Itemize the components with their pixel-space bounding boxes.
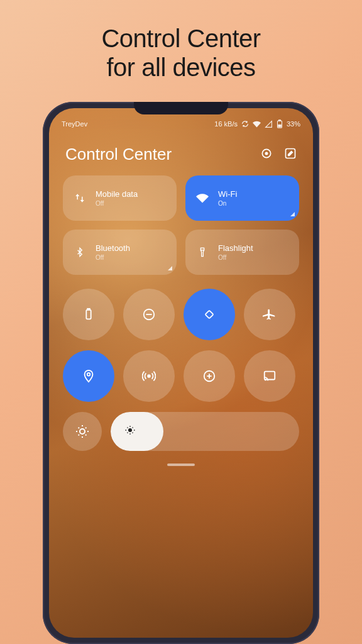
status-right: 16 kB/s 33% — [214, 119, 300, 128]
sun-fill-icon — [124, 425, 136, 438]
promo-headline: Control Center for all devices — [101, 24, 260, 82]
flashlight-icon — [195, 247, 209, 258]
panel-header: Control Center — [49, 131, 313, 175]
svg-rect-1 — [279, 120, 281, 121]
sun-outline-icon — [75, 424, 90, 439]
edit-icon[interactable] — [284, 147, 297, 162]
brightness-fill — [111, 412, 163, 451]
wifi-status-icon — [253, 120, 261, 128]
toggle-battery-saver[interactable] — [63, 289, 114, 340]
promo-line-2: for all devices — [101, 53, 260, 82]
battery-saver-icon — [82, 308, 96, 321]
arrows-updown-icon — [73, 192, 87, 204]
battery-icon — [277, 119, 283, 128]
tile-status: Off — [218, 254, 253, 261]
expand-indicator-icon — [168, 266, 172, 270]
hotspot-icon — [142, 369, 156, 383]
toggle-dnd[interactable] — [123, 289, 175, 340]
svg-point-4 — [265, 152, 267, 154]
tile-label: Bluetooth — [96, 243, 130, 253]
status-speed: 16 kB/s — [214, 120, 238, 128]
tile-status: On — [218, 200, 237, 207]
tile-label: Wi-Fi — [218, 189, 237, 199]
promo-line-1: Control Center — [101, 24, 260, 53]
sync-icon — [241, 120, 249, 128]
svg-rect-6 — [200, 248, 204, 250]
airplane-icon — [263, 308, 277, 321]
location-icon — [82, 369, 96, 383]
signal-icon — [265, 120, 273, 128]
add-circle-icon — [202, 369, 216, 383]
toggle-location[interactable] — [63, 350, 114, 402]
brightness-slider[interactable] — [111, 412, 299, 451]
brightness-auto-button[interactable] — [63, 412, 102, 451]
phone-screen: TreyDev 16 kB/s 33% Control Center — [49, 108, 313, 638]
tile-mobile-data[interactable]: Mobile data Off — [63, 175, 177, 221]
cast-icon — [263, 369, 277, 383]
tile-wifi[interactable]: Wi-Fi On — [185, 175, 299, 221]
status-carrier: TreyDev — [62, 120, 87, 128]
status-battery-pct: 33% — [287, 120, 300, 128]
svg-rect-2 — [278, 125, 281, 127]
toggle-airplane[interactable] — [244, 289, 295, 340]
svg-point-12 — [87, 373, 90, 376]
svg-point-13 — [148, 375, 150, 377]
toggle-rotate[interactable] — [184, 289, 235, 340]
tile-label: Flashlight — [218, 243, 253, 253]
panel-title: Control Center — [65, 145, 172, 164]
wifi-icon — [195, 192, 209, 204]
svg-rect-17 — [265, 372, 275, 380]
svg-point-19 — [128, 428, 132, 432]
rotate-icon — [202, 308, 216, 321]
bluetooth-icon — [73, 247, 87, 258]
svg-rect-7 — [86, 310, 90, 319]
svg-rect-8 — [87, 309, 90, 310]
toggle-hotspot[interactable] — [123, 350, 175, 402]
tile-status: Off — [96, 200, 138, 207]
phone-notch — [134, 102, 228, 114]
toggle-cast[interactable] — [244, 350, 295, 402]
tile-bluetooth[interactable]: Bluetooth Off — [63, 230, 177, 275]
phone-frame: TreyDev 16 kB/s 33% Control Center — [43, 102, 319, 644]
svg-rect-11 — [206, 311, 214, 319]
tile-flashlight[interactable]: Flashlight Off — [185, 230, 299, 275]
expand-indicator-icon — [290, 212, 295, 216]
panel-drag-handle[interactable] — [167, 464, 195, 466]
dnd-icon — [142, 308, 156, 321]
tile-status: Off — [96, 254, 130, 261]
svg-point-18 — [80, 429, 85, 434]
toggle-add[interactable] — [184, 350, 235, 402]
tile-label: Mobile data — [96, 189, 138, 199]
settings-icon[interactable] — [260, 147, 273, 162]
